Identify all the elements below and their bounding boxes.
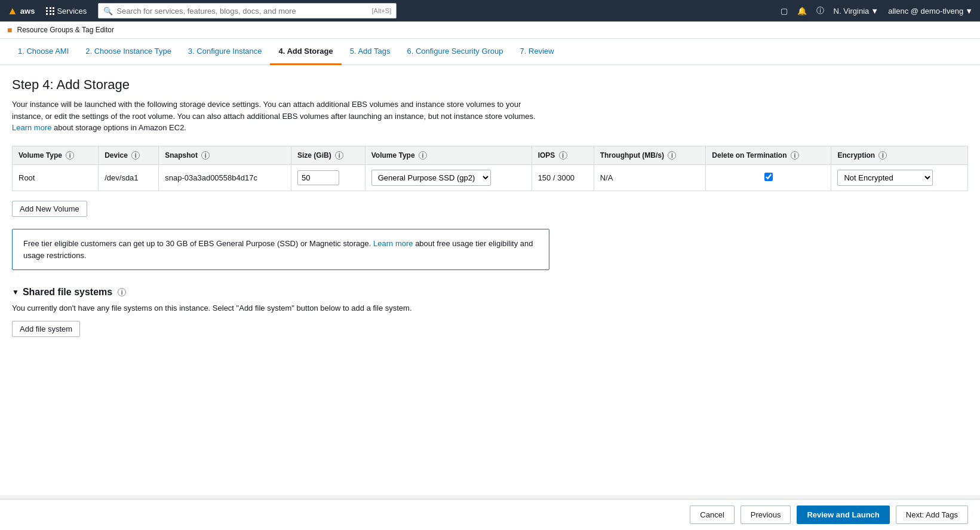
resource-bar: ■ Resource Groups & Tag Editor bbox=[0, 22, 980, 39]
row-snapshot: snap-03a3ad00558b4d17c bbox=[159, 165, 291, 191]
col-volume-type-2: Volume Type i bbox=[365, 146, 532, 165]
user-menu[interactable]: allenc @ demo-tlveng ▼ bbox=[888, 7, 973, 16]
wizard-step-5[interactable]: 5. Add Tags bbox=[342, 39, 399, 65]
terminal-icon[interactable]: ▢ bbox=[781, 7, 788, 16]
search-shortcut: [Alt+S] bbox=[372, 7, 392, 14]
search-icon: 🔍 bbox=[103, 7, 113, 16]
aws-text: aws bbox=[20, 7, 35, 16]
services-label: Services bbox=[57, 7, 87, 16]
col-encryption: Encryption i bbox=[831, 146, 968, 165]
help-icon[interactable]: ⓘ bbox=[816, 5, 824, 16]
size-input[interactable] bbox=[297, 170, 339, 185]
wizard-step-2[interactable]: 2. Choose Instance Type bbox=[77, 39, 180, 65]
page-title: Step 4: Add Storage bbox=[12, 77, 968, 93]
search-input[interactable] bbox=[116, 7, 368, 16]
region-selector[interactable]: N. Virginia ▼ bbox=[834, 7, 879, 16]
iops-info-icon[interactable]: i bbox=[559, 151, 567, 160]
throughput-info-icon[interactable]: i bbox=[668, 151, 676, 160]
services-button[interactable]: Services bbox=[42, 5, 91, 17]
description-text-1: Your instance will be launched with the … bbox=[12, 100, 536, 121]
shared-fs-info-icon[interactable]: i bbox=[118, 288, 126, 296]
search-bar[interactable]: 🔍 [Alt+S] bbox=[98, 3, 397, 19]
info-text: Free tier eligible customers can get up … bbox=[23, 238, 538, 261]
volume-type2-info-icon[interactable]: i bbox=[419, 151, 427, 160]
aws-logo[interactable]: ▲ aws bbox=[7, 5, 35, 17]
size-info-icon[interactable]: i bbox=[335, 151, 343, 160]
wizard-step-4[interactable]: 4. Add Storage bbox=[270, 39, 341, 65]
row-volume-type: Root bbox=[13, 165, 99, 191]
col-device: Device i bbox=[99, 146, 159, 165]
add-volume-button[interactable]: Add New Volume bbox=[12, 201, 87, 217]
storage-table: Volume Type i Device i Snapshot i Size (… bbox=[12, 146, 968, 192]
volume-type-info-icon[interactable]: i bbox=[66, 151, 74, 160]
previous-button[interactable]: Previous bbox=[741, 506, 791, 524]
row-size[interactable] bbox=[291, 165, 365, 191]
info-learn-more-link[interactable]: Learn more bbox=[373, 239, 413, 248]
info-box: Free tier eligible customers can get up … bbox=[12, 229, 549, 270]
description-text-2: about storage options in Amazon EC2. bbox=[54, 123, 186, 132]
user-label: allenc @ demo-tlveng bbox=[888, 7, 963, 16]
resource-icon: ■ bbox=[7, 25, 12, 35]
shared-fs-description: You currently don't have any file system… bbox=[12, 304, 968, 313]
info-text-1: Free tier eligible customers can get up … bbox=[23, 239, 371, 248]
grid-icon bbox=[46, 7, 54, 15]
delete-checkbox[interactable] bbox=[764, 173, 773, 181]
encryption-select[interactable]: Not Encrypted aws/ebs (default) Custom..… bbox=[837, 170, 933, 186]
snapshot-info-icon[interactable]: i bbox=[201, 151, 210, 160]
shared-fs-header[interactable]: ▼ Shared file systems i bbox=[12, 287, 968, 298]
table-header-row: Volume Type i Device i Snapshot i Size (… bbox=[13, 146, 968, 165]
row-encryption[interactable]: Not Encrypted aws/ebs (default) Custom..… bbox=[831, 165, 968, 191]
page-description: Your instance will be launched with the … bbox=[12, 99, 549, 134]
review-and-launch-button[interactable]: Review and Launch bbox=[797, 506, 889, 524]
main-content: Step 4: Add Storage Your instance will b… bbox=[0, 65, 980, 495]
next-button[interactable]: Next: Add Tags bbox=[896, 506, 968, 524]
cancel-button[interactable]: Cancel bbox=[690, 506, 734, 524]
wizard-step-3[interactable]: 3. Configure Instance bbox=[180, 39, 271, 65]
device-info-icon[interactable]: i bbox=[131, 151, 140, 160]
chevron-down-icon: ▼ bbox=[12, 288, 19, 296]
row-iops: 150 / 3000 bbox=[532, 165, 594, 191]
shared-fs-title: Shared file systems bbox=[23, 287, 112, 298]
learn-more-link-1[interactable]: Learn more bbox=[12, 123, 51, 132]
row-device: /dev/sda1 bbox=[99, 165, 159, 191]
nav-right: ▢ 🔔 ⓘ N. Virginia ▼ allenc @ demo-tlveng… bbox=[781, 5, 973, 16]
col-volume-type: Volume Type i bbox=[13, 146, 99, 165]
resource-label: Resource Groups & Tag Editor bbox=[17, 26, 114, 34]
wizard-steps: 1. Choose AMI 2. Choose Instance Type 3.… bbox=[0, 39, 980, 65]
wizard-step-7[interactable]: 7. Review bbox=[512, 39, 563, 65]
col-iops: IOPS i bbox=[532, 146, 594, 165]
wizard-step-1[interactable]: 1. Choose AMI bbox=[10, 39, 77, 65]
col-delete: Delete on Termination i bbox=[706, 146, 831, 165]
aws-smile-icon: ▲ bbox=[7, 5, 18, 17]
user-chevron: ▼ bbox=[965, 7, 973, 16]
encryption-info-icon[interactable]: i bbox=[878, 151, 887, 160]
top-navigation: ▲ aws Services 🔍 [Alt+S] ▢ 🔔 ⓘ N. Virgin… bbox=[0, 0, 980, 22]
table-row: Root /dev/sda1 snap-03a3ad00558b4d17c Ge… bbox=[13, 165, 968, 191]
region-chevron: ▼ bbox=[871, 7, 878, 16]
col-snapshot: Snapshot i bbox=[159, 146, 291, 165]
col-size: Size (GiB) i bbox=[291, 146, 365, 165]
delete-info-icon[interactable]: i bbox=[791, 151, 799, 160]
bell-icon[interactable]: 🔔 bbox=[797, 7, 807, 16]
col-throughput: Throughput (MB/s) i bbox=[594, 146, 706, 165]
footer: Cancel Previous Review and Launch Next: … bbox=[0, 499, 980, 530]
row-throughput: N/A bbox=[594, 165, 706, 191]
add-file-system-button[interactable]: Add file system bbox=[12, 321, 80, 337]
wizard-step-6[interactable]: 6. Configure Security Group bbox=[398, 39, 511, 65]
volume-type-select[interactable]: General Purpose SSD (gp2) Provisioned IO… bbox=[371, 170, 491, 186]
row-delete[interactable] bbox=[706, 165, 831, 191]
region-label: N. Virginia bbox=[834, 7, 870, 16]
row-volume-type-select[interactable]: General Purpose SSD (gp2) Provisioned IO… bbox=[365, 165, 532, 191]
